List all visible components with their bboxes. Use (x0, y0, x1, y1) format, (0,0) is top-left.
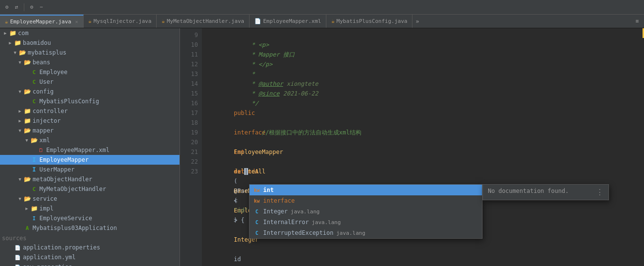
ac-keyword-icon-interface: kw (253, 197, 260, 204)
sidebar-label-impl: impl (39, 205, 54, 212)
tab-label: MyMetaObjectHandler.java (167, 18, 244, 24)
tab-icon: ☕ (5, 19, 8, 25)
sidebar-item-application-yml[interactable]: 📄 application.yml (0, 252, 179, 262)
sidebar-item-MyMetaObjectHandler[interactable]: C MyMetaObjectHandler (0, 184, 179, 194)
ac-label-int: int (263, 187, 274, 193)
comment-keyword-author: @author (258, 80, 283, 87)
keyword-int-21: int (234, 168, 245, 175)
comment-span: * </p> (234, 61, 272, 68)
tab-icon: ☕ (89, 18, 92, 24)
xml-icon: 🗒 (37, 146, 45, 154)
documentation-panel: No documentation found. ⋮ (483, 184, 609, 200)
sidebar-label-config: config (33, 88, 54, 95)
tab-icon: ☕ (161, 18, 165, 24)
sidebar-item-metaObjectHandler[interactable]: ▼ 📂 metaObjectHandler (0, 174, 179, 184)
class-icon-User: C (30, 78, 38, 86)
sidebar-label-com: com (18, 30, 29, 37)
class-icon-MyMetaObjectHandler: C (30, 185, 38, 193)
props-icon-2: 📄 (14, 253, 21, 261)
code-line-20 (206, 137, 640, 147)
folder-arrow-controller: ▶ (17, 109, 23, 114)
code-content[interactable]: * <p> * Mapper 接口 * </p> * * @author xio… (202, 28, 640, 266)
keyword-int-19: int (234, 149, 245, 155)
code-editor: 9 10 11 12 13 14 15 16 17 18 19 20 21 22… (180, 28, 644, 266)
ac-label-InternalError: InternalError (263, 219, 309, 226)
autocomplete-popup: kw int kw interface C Integer java.lang … (249, 184, 483, 239)
tab-label: EmployeeMapper.java (10, 19, 72, 25)
interface-icon-EmployeeService: I (30, 214, 38, 222)
sidebar-item-MybatisPlusConfig[interactable]: C MybatisPlusConfig (0, 96, 179, 106)
sidebar-label-User: User (39, 78, 54, 85)
ac-label-Integer: Integer (263, 208, 288, 215)
class-icon-MybatisPlusConfig: C (30, 97, 38, 105)
code-line-18: //根据接口中的方法自动生成xml结构 (206, 118, 640, 128)
space (234, 246, 237, 253)
tab-overflow-button[interactable]: » (412, 18, 422, 25)
config-icon[interactable]: ⚙ (28, 3, 36, 11)
class-icon-Employee: C (30, 68, 38, 76)
tab-employee-mapper-java[interactable]: ☕ EmployeeMapper.java ✕ (0, 15, 84, 28)
sidebar-label-application-yml: application.yml (23, 254, 75, 261)
tab-icon: ☕ (331, 18, 335, 24)
sidebar-item-application-properties[interactable]: 📄 application.properties (0, 243, 179, 252)
sidebar-item-service[interactable]: ▼ 📂 service (0, 194, 179, 204)
sidebar-item-Employee[interactable]: C Employee (0, 67, 179, 77)
tab-my-meta-object-handler-java[interactable]: ☕ MyMetaObjectHandler.java (157, 15, 250, 28)
sidebar-item-mapper[interactable]: ▼ 📂 mapper (0, 126, 179, 135)
autocomplete-item-int[interactable]: kw int (250, 185, 482, 195)
sidebar-item-com[interactable]: ▶ 📁 com (0, 28, 179, 38)
tab-label: EmployeeMapper.xml (263, 18, 321, 24)
sidebar-item-injector[interactable]: ▶ 📁 injector (0, 116, 179, 126)
folder-icon-impl: 📁 (30, 205, 38, 212)
folder-arrow-mybatisplus: ▼ (12, 50, 18, 55)
tab-mysql-injector-java[interactable]: ☕ MysqlInjector.java (84, 15, 157, 28)
sidebar-item-beans[interactable]: ▼ 📂 beans (0, 57, 179, 67)
folder-arrow-com: ▶ (2, 31, 9, 36)
sidebar-item-EmployeeService[interactable]: I EmployeeService (0, 213, 179, 223)
sidebar-item-Mybatisplus03Application[interactable]: A Mybatisplus03Application (0, 223, 179, 233)
autocomplete-item-Integer[interactable]: C Integer java.lang (250, 206, 482, 217)
sidebar-label-Mybatisplus03Application: Mybatisplus03Application (33, 225, 117, 231)
sidebar-item-UserMapper[interactable]: I UserMapper (0, 165, 179, 174)
code-line-10: * Mapper 接口 (206, 40, 640, 50)
paren-param: ( (234, 197, 237, 204)
sidebar-item-spy-properties[interactable]: 📄 spy.properties (0, 262, 179, 266)
sidebar-item-config[interactable]: ▼ 📂 config (0, 87, 179, 96)
folder-icon-beans: 📂 (23, 58, 31, 66)
tab-employee-mapper-xml[interactable]: 📄 EmployeeMapper.xml (250, 15, 326, 28)
split-icon[interactable]: ⇄ (13, 3, 20, 11)
folder-arrow-meta: ▼ (17, 177, 23, 182)
tab-mybatis-plus-config-java[interactable]: ☕ MybatisPlusConfig.java (326, 15, 412, 28)
sidebar-item-baomidou[interactable]: ▶ 📁 baomidou (0, 38, 179, 48)
right-gutter (640, 28, 644, 266)
sidebar-item-impl[interactable]: ▶ 📁 impl (0, 204, 179, 213)
tab-close[interactable]: ✕ (75, 19, 78, 24)
sidebar-item-EmployeeMapper[interactable]: I EmployeeMapper (0, 155, 179, 165)
author-value: xiongtete (283, 80, 318, 87)
folder-arrow-mapper: ▼ (17, 128, 23, 133)
sidebar-item-xml[interactable]: ▼ 📂 xml (0, 135, 179, 145)
autocomplete-item-InternalError[interactable]: C InternalError java.lang (250, 217, 482, 228)
sidebar-label-EmployeeService: EmployeeService (39, 215, 92, 222)
sidebar-item-User[interactable]: C User (0, 77, 179, 87)
sidebar-item-mybatisplus[interactable]: ▼ 📂 mybatisplus (0, 48, 179, 57)
doc-more-icon[interactable]: ⋮ (596, 188, 604, 197)
comment-chinese: 接口 (283, 51, 295, 58)
comment-keyword-since: @since (258, 90, 279, 97)
autocomplete-item-interface[interactable]: kw interface (250, 195, 482, 206)
sidebar-label-mybatisplus: mybatisplus (28, 49, 66, 56)
text-cursor: | (244, 168, 248, 175)
panel-settings-icon[interactable]: ≡ (633, 18, 641, 25)
sidebar-item-EmployeeMapper-xml[interactable]: 🗒 EmployeeMapper.xml (0, 145, 179, 155)
tab-icon: 📄 (254, 18, 261, 24)
autocomplete-item-InterruptedException[interactable]: C InterruptedException java.lang (250, 228, 482, 238)
code-line-23 (206, 167, 640, 176)
sidebar-item-controller[interactable]: ▶ 📁 controller (0, 106, 179, 116)
since-value: 2021-06-22 (280, 90, 318, 97)
folder-icon-injector: 📁 (23, 117, 31, 125)
line-numbers: 9 10 11 12 13 14 15 16 17 18 19 20 21 22… (180, 28, 202, 266)
minus-icon[interactable]: − (37, 3, 45, 11)
settings-icon[interactable]: ⚙ (3, 3, 11, 11)
folder-arrow-xml: ▼ (23, 138, 30, 143)
sidebar-label-controller: controller (33, 108, 68, 114)
